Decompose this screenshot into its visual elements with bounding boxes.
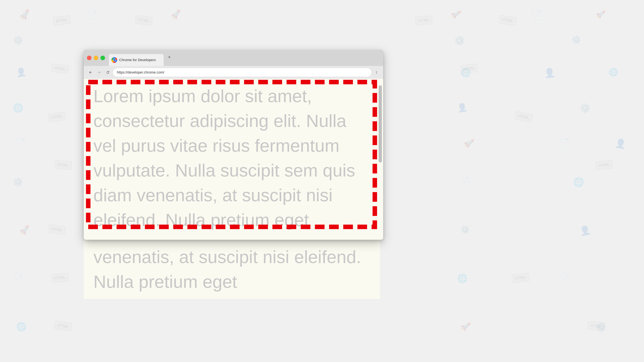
- bg-html-badge: HTML: [54, 160, 72, 170]
- bg-icon: 📄: [560, 273, 570, 283]
- bg-html-badge: HTML: [498, 15, 517, 26]
- scrollbar[interactable]: [379, 85, 382, 162]
- bg-icon: 🚀: [19, 225, 30, 236]
- bg-icon: 📄: [460, 176, 471, 187]
- title-bar: Chrome for Developers +: [84, 50, 383, 66]
- bg-icon: 🚀: [595, 9, 606, 19]
- content-area: Lorem ipsum dolor sit amet, consectetur …: [84, 79, 383, 240]
- refresh-icon: [106, 70, 110, 74]
- minimize-button[interactable]: [94, 56, 98, 60]
- bg-html-badge: HTML: [596, 160, 613, 170]
- bg-html-badge: HTML: [53, 15, 71, 26]
- bg-icon: ⚙️: [579, 102, 591, 114]
- bg-html-badge: HTML: [51, 63, 69, 74]
- bg-icon: 🚀: [450, 9, 462, 20]
- forward-button[interactable]: [96, 69, 103, 76]
- bg-html-badge: HTML: [512, 273, 530, 283]
- more-options-button[interactable]: [373, 69, 380, 76]
- bg-icon: 🌐: [608, 67, 619, 77]
- bg-icon: 🌐: [457, 273, 468, 284]
- bg-icon: 🚀: [18, 8, 32, 21]
- bg-icon: 👤: [579, 224, 592, 237]
- bg-icon: ⚙️: [453, 34, 466, 47]
- chrome-logo-icon: [112, 57, 117, 63]
- maximize-button[interactable]: [100, 56, 105, 60]
- bg-icon: 👤: [456, 102, 468, 113]
- address-bar[interactable]: https://developer.chrome.com/: [113, 68, 371, 77]
- back-arrow-icon: [88, 70, 92, 74]
- bg-icon: 🚀: [460, 321, 471, 332]
- bg-icon: 🌐: [12, 102, 24, 114]
- url-text: https://developer.chrome.com/: [117, 70, 164, 74]
- new-tab-button[interactable]: +: [166, 53, 173, 61]
- bg-html-badge: HTML: [51, 273, 69, 283]
- traffic-lights: [87, 56, 105, 60]
- bg-icon: 📄: [86, 9, 98, 19]
- bg-html-badge: HTML: [514, 111, 533, 123]
- refresh-button[interactable]: [104, 69, 112, 76]
- below-fold-text: venenatis, at suscipit nisi eleifend. Nu…: [84, 240, 380, 299]
- bg-icon: ⚙️: [595, 321, 608, 333]
- bg-icon: 📄: [12, 273, 24, 284]
- nav-bar: https://developer.chrome.com/: [84, 66, 383, 79]
- tab-bar: Chrome for Developers +: [109, 50, 380, 66]
- tab-title: Chrome for Developers: [119, 58, 156, 62]
- bg-icon: ⚙️: [12, 176, 24, 187]
- bg-icon: ⚙️: [12, 35, 24, 45]
- bg-icon: 🚀: [463, 138, 475, 149]
- bg-html-badge: HTML: [415, 15, 433, 25]
- bg-html-badge: HTML: [587, 321, 605, 331]
- bg-html-badge: HTML: [48, 224, 66, 235]
- svg-point-2: [113, 59, 116, 61]
- bg-icon: 📄: [16, 138, 26, 148]
- bg-icon: 🚀: [170, 9, 182, 20]
- bg-icon: 🌐: [15, 321, 27, 333]
- forward-arrow-icon: [97, 70, 101, 74]
- bg-icon: 👤: [544, 67, 556, 79]
- bg-icon: 📄: [559, 137, 572, 149]
- bg-icon: 🌐: [460, 66, 472, 78]
- bg-icon: 🌐: [572, 176, 585, 189]
- bg-html-badge: HTML: [460, 63, 478, 74]
- bg-icon: 👤: [16, 67, 26, 77]
- bg-html-badge: HTML: [135, 15, 153, 25]
- bg-icon: 📄: [530, 9, 543, 21]
- bg-icon: ⚙️: [571, 35, 582, 45]
- bg-html-badge: HTML: [54, 321, 72, 332]
- lorem-ipsum-text: Lorem ipsum dolor sit amet, consectetur …: [94, 84, 367, 232]
- bg-icon: ⚙️: [460, 225, 470, 235]
- bg-icon: 👤: [614, 138, 627, 150]
- close-button[interactable]: [87, 56, 92, 60]
- bg-html-badge: HTML: [48, 111, 66, 122]
- browser-window: Chrome for Developers + https://develope…: [84, 50, 383, 240]
- back-button[interactable]: [87, 69, 94, 76]
- more-options-icon: [375, 71, 378, 74]
- browser-tab[interactable]: Chrome for Developers: [109, 54, 164, 66]
